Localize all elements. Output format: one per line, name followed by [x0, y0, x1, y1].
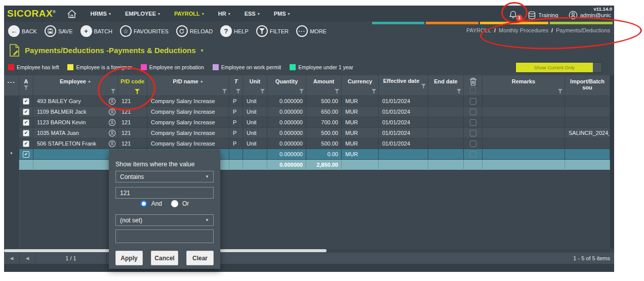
pager-prev-button[interactable]: ◀ [20, 253, 35, 264]
quantity-cell[interactable]: 0.000000 [267, 128, 306, 138]
pd-code-cell[interactable]: 121 [118, 117, 147, 128]
column-header-unit[interactable]: Unit [243, 75, 267, 96]
filter-funnel-icon[interactable] [421, 84, 426, 88]
end-date-cell[interactable] [428, 96, 464, 107]
menu-hrms[interactable]: HRMS▾ [90, 11, 110, 17]
type-cell[interactable]: P [229, 117, 243, 128]
currency-cell[interactable]: MUR [342, 149, 379, 160]
pd-code-cell[interactable]: 121 [118, 96, 147, 107]
row-select-cell[interactable]: ✔ [19, 107, 33, 117]
row-select-cell[interactable]: ✔ [19, 138, 33, 149]
employee-cell[interactable]: 493 BAILEY Gary [33, 96, 118, 107]
row-delete-checkbox[interactable] [470, 140, 476, 147]
unit-cell[interactable]: Unit [243, 96, 267, 107]
end-date-cell[interactable] [428, 149, 464, 160]
cancel-button[interactable]: Cancel [151, 251, 178, 265]
effective-date-cell[interactable]: 01/01/2024 [379, 128, 428, 138]
quantity-cell[interactable]: 0.000000 [267, 117, 306, 128]
and-radio[interactable] [140, 200, 147, 207]
column-header-currency[interactable]: Currency [342, 75, 379, 96]
pd-name-cell[interactable]: Company Salary Increase [147, 138, 229, 149]
amount-cell[interactable]: 500.00 [306, 96, 342, 107]
end-date-cell[interactable] [428, 138, 464, 149]
import-batch-cell[interactable]: SALINCR_2024_1 [565, 128, 610, 138]
employee-cell[interactable]: 1035 MATA Juan [33, 128, 118, 138]
row-select-checkbox[interactable]: ✔ [23, 151, 29, 158]
filter-funnel-icon[interactable] [236, 89, 240, 93]
toggle-grip[interactable] [593, 63, 601, 72]
save-button[interactable]: SAVE [45, 25, 73, 37]
column-header-quantity[interactable]: Quantity [267, 75, 306, 96]
row-delete-checkbox[interactable] [470, 130, 476, 136]
column-header-import-batch[interactable]: Import/Batch sou [565, 75, 610, 96]
employee-profile-icon[interactable] [108, 140, 116, 148]
employee-profile-icon[interactable] [108, 108, 116, 116]
employee-cell[interactable] [33, 149, 118, 160]
row-select-cell[interactable]: ✔ [19, 128, 33, 138]
end-date-cell[interactable] [428, 117, 464, 128]
remarks-cell[interactable] [482, 138, 565, 149]
filter-funnel-icon[interactable] [111, 89, 115, 93]
breadcrumb-monthly-procedures[interactable]: Monthly Procedures [499, 27, 548, 33]
reload-button[interactable]: RELOAD [176, 25, 213, 37]
remarks-cell[interactable] [482, 117, 565, 128]
amount-cell[interactable]: 0.00 [306, 149, 342, 160]
pd-name-cell[interactable]: Company Salary Increase [147, 107, 229, 117]
menu-pms[interactable]: PMS▾ [274, 11, 290, 17]
column-header-effective-date[interactable]: Effective date [379, 75, 428, 96]
row-select-cell[interactable]: ✔ [19, 117, 33, 128]
import-batch-cell[interactable] [565, 107, 610, 117]
type-cell[interactable] [229, 149, 243, 160]
currency-cell[interactable]: MUR [342, 107, 379, 117]
vertical-scrollbar[interactable] [610, 75, 614, 249]
effective-date-cell[interactable]: 01/01/2024 [379, 117, 428, 128]
effective-date-cell[interactable]: 01/01/2024 [379, 107, 428, 117]
user-menu[interactable]: admin@unic [569, 11, 611, 20]
environment-selector[interactable]: Training [528, 11, 558, 20]
row-select-cell[interactable]: ✔ [19, 149, 33, 160]
employee-cell[interactable]: 506 STAPLETON Frank [33, 138, 118, 149]
breadcrumb-payments-deductions[interactable]: Payments/Deductions [556, 27, 610, 33]
menu-payroll[interactable]: PAYROLL▾ [174, 11, 204, 17]
clear-button[interactable]: Clear [186, 251, 214, 265]
filter-value-1-input[interactable] [115, 187, 214, 199]
apply-button[interactable]: Apply [115, 251, 143, 265]
pd-code-cell[interactable]: 121 [118, 107, 147, 117]
effective-date-cell[interactable]: 01/01/2024 [379, 138, 428, 149]
amount-cell[interactable]: 650.00 [306, 107, 342, 117]
row-header-cell[interactable] [4, 117, 19, 128]
amount-cell[interactable]: 500.00 [306, 128, 342, 138]
effective-date-cell[interactable]: 01/01/2024 [379, 96, 428, 107]
effective-date-cell[interactable] [379, 149, 428, 160]
row-select-checkbox[interactable]: ✔ [23, 109, 29, 115]
column-header-end-date[interactable]: End date [428, 75, 464, 96]
employee-cell[interactable]: 1123 BARON Kevin [33, 117, 118, 128]
title-dropdown-caret[interactable]: ▾ [201, 48, 204, 53]
type-cell[interactable]: P [229, 107, 243, 117]
row-delete-checkbox[interactable] [470, 109, 476, 115]
quantity-cell[interactable]: 0.000000 [267, 107, 306, 117]
column-header-pd-code[interactable]: P/D code [118, 75, 147, 96]
filter-funnel-icon[interactable] [372, 89, 376, 93]
type-cell[interactable]: P [229, 138, 243, 149]
pd-name-cell[interactable]: Company Salary Increase [147, 96, 229, 107]
row-header-cell[interactable] [4, 107, 19, 117]
filter-funnel-icon-active[interactable] [135, 89, 140, 94]
row-delete-cell[interactable] [464, 138, 482, 149]
remarks-cell[interactable] [482, 96, 565, 107]
row-select-checkbox[interactable]: ✔ [23, 98, 29, 105]
import-batch-cell[interactable] [565, 117, 610, 128]
import-batch-cell[interactable] [565, 149, 610, 160]
employee-profile-icon[interactable] [108, 98, 116, 105]
row-delete-cell[interactable] [464, 96, 482, 107]
quantity-cell[interactable]: 0.000000 [267, 138, 306, 149]
column-header-select-all[interactable]: A [19, 75, 33, 96]
filter-operator-2-select[interactable]: (not set)▼ [115, 214, 214, 226]
end-date-cell[interactable] [428, 107, 464, 117]
remarks-cell[interactable] [482, 149, 565, 160]
filter-funnel-icon[interactable] [335, 89, 339, 93]
filter-button[interactable]: FILTER [256, 25, 289, 37]
delete-all-checkbox[interactable] [470, 87, 476, 93]
amount-cell[interactable]: 700.00 [306, 117, 342, 128]
row-delete-cell[interactable] [464, 149, 482, 160]
